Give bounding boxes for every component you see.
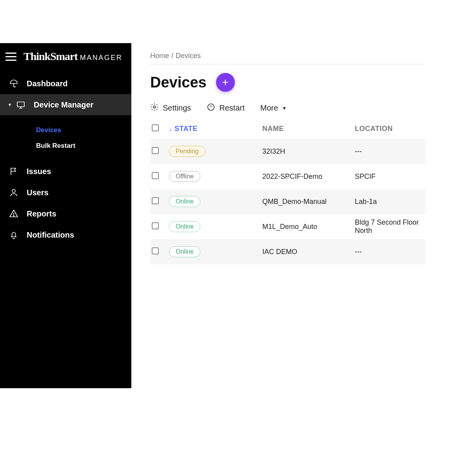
svg-point-1 <box>12 189 15 193</box>
state-badge: Offline <box>169 171 200 182</box>
toolbar-label: Restart <box>219 104 244 113</box>
sidebar-item-users[interactable]: Users <box>0 182 131 203</box>
sort-arrow-icon[interactable]: ↓ <box>169 125 172 132</box>
toolbar-label: Settings <box>163 104 191 113</box>
sidebar: ThinkSmart MANAGER Dashboard ▾ Device Ma… <box>0 43 131 388</box>
device-location: --- <box>355 248 425 256</box>
table-row[interactable]: OnlineM1L_Demo_AutoBldg 7 Second Floor N… <box>150 214 425 239</box>
sidebar-label: Notifications <box>27 231 74 240</box>
sidebar-item-device-manager[interactable]: ▾ Device Manager <box>0 94 131 115</box>
page-title: Devices <box>150 74 207 91</box>
sidebar-item-issues[interactable]: Issues <box>0 161 131 182</box>
sidebar-item-notifications[interactable]: Notifications <box>0 224 131 245</box>
sidebar-label: Users <box>27 188 49 197</box>
main-content: Home / Devices Devices + Settings Rest <box>131 43 425 388</box>
row-checkbox[interactable] <box>152 197 159 204</box>
breadcrumb: Home / Devices <box>150 52 425 60</box>
state-badge: Online <box>169 221 200 232</box>
table-row[interactable]: OnlineQMB_Demo-ManualLab-1a <box>150 189 425 214</box>
device-name: QMB_Demo-Manual <box>262 198 355 206</box>
restart-button[interactable]: Restart <box>207 103 244 113</box>
add-device-button[interactable]: + <box>216 73 235 92</box>
breadcrumb-home[interactable]: Home <box>150 52 169 60</box>
sidebar-subitem-bulk-restart[interactable]: Bulk Restart <box>36 138 131 154</box>
umbrella-icon <box>9 78 19 89</box>
chevron-down-icon: ▾ <box>9 102 11 107</box>
svg-point-2 <box>13 216 14 216</box>
device-name: 32I32H <box>262 147 355 156</box>
device-name: 2022-SPCIF-Demo <box>262 173 355 181</box>
col-name-header[interactable]: NAME <box>262 125 355 133</box>
sidebar-item-reports[interactable]: Reports <box>0 203 131 224</box>
more-dropdown[interactable]: More ▼ <box>260 104 287 113</box>
plus-icon: + <box>222 76 228 89</box>
select-all-checkbox[interactable] <box>152 124 159 131</box>
table-row[interactable]: Pending32I32H--- <box>150 139 425 164</box>
sidebar-label: Reports <box>27 209 56 218</box>
state-badge: Online <box>169 196 200 207</box>
sidebar-label: Device Manager <box>34 100 93 109</box>
table-header: ↓ STATE NAME LOCATION <box>150 120 425 139</box>
svg-point-3 <box>153 106 156 108</box>
bell-icon <box>9 230 19 240</box>
state-badge: Pending <box>169 146 205 157</box>
devices-table: ↓ STATE NAME LOCATION Pending32I32H---Of… <box>150 120 425 264</box>
toolbar-label: More <box>260 104 278 113</box>
warning-icon <box>9 209 19 219</box>
table-row[interactable]: Offline2022-SPCIF-DemoSPCIF <box>150 164 425 189</box>
row-checkbox[interactable] <box>152 172 159 179</box>
row-checkbox[interactable] <box>152 147 159 154</box>
device-location: --- <box>355 147 425 156</box>
table-row[interactable]: OnlineIAC DEMO--- <box>150 239 425 264</box>
device-location: Lab-1a <box>355 198 425 206</box>
device-location: SPCIF <box>355 173 425 181</box>
chevron-down-icon: ▼ <box>282 105 287 111</box>
sidebar-label: Dashboard <box>27 79 67 88</box>
gear-icon <box>150 103 159 113</box>
sidebar-subnav: Devices Bulk Restart <box>0 115 131 161</box>
brand: ThinkSmart MANAGER <box>24 50 122 63</box>
breadcrumb-sep: / <box>171 52 173 60</box>
brand-thinksmart: ThinkSmart <box>24 50 78 63</box>
device-name: M1L_Demo_Auto <box>262 223 355 231</box>
col-state-header[interactable]: STATE <box>174 125 198 133</box>
col-location-header[interactable]: LOCATION <box>355 125 425 133</box>
device-location: Bldg 7 Second Floor North <box>355 218 425 235</box>
monitor-icon <box>16 100 26 110</box>
row-checkbox[interactable] <box>152 222 159 229</box>
settings-button[interactable]: Settings <box>150 103 191 113</box>
sidebar-subitem-devices[interactable]: Devices <box>36 122 131 138</box>
toolbar: Settings Restart More ▼ <box>150 103 425 113</box>
svg-rect-0 <box>17 102 24 107</box>
device-name: IAC DEMO <box>262 248 355 256</box>
breadcrumb-current[interactable]: Devices <box>176 52 201 60</box>
menu-toggle[interactable] <box>5 53 16 61</box>
state-badge: Online <box>169 246 200 257</box>
sidebar-label: Issues <box>27 167 51 176</box>
flag-icon <box>9 166 19 176</box>
sidebar-item-dashboard[interactable]: Dashboard <box>0 73 131 94</box>
power-icon <box>207 103 215 113</box>
row-checkbox[interactable] <box>152 247 159 254</box>
user-icon <box>9 187 19 198</box>
brand-manager: MANAGER <box>80 54 123 62</box>
